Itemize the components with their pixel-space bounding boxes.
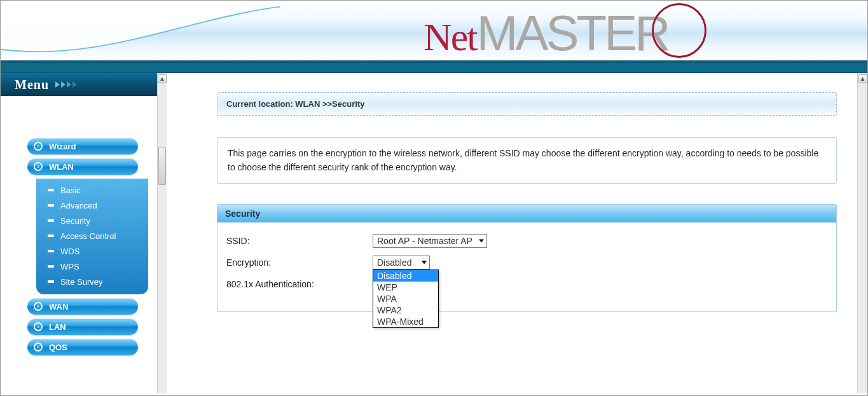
row-auth: 802.1x Authentication:	[226, 275, 827, 294]
dash-icon	[48, 235, 54, 237]
nav-sub-wps[interactable]: WPS	[45, 259, 141, 274]
nav-item-qos[interactable]: QOS	[27, 339, 138, 355]
nav-label: WLAN	[49, 162, 74, 172]
ssid-select[interactable]: Root AP - Netmaster AP	[373, 234, 487, 248]
radio-ring-icon	[34, 162, 43, 171]
radio-ring-icon	[34, 302, 43, 311]
nav-sub-wds[interactable]: WDS	[45, 243, 141, 259]
content-scrollbar[interactable]: ▲	[857, 73, 867, 393]
encryption-select[interactable]: Disabled Disabled WEP WPA WPA2 WPA-Mixed	[373, 256, 430, 270]
nav-sub-label: WPS	[60, 262, 79, 271]
nav-sub-site-survey[interactable]: Site Survey	[45, 274, 141, 289]
chevron-down-icon	[422, 261, 427, 264]
dash-icon	[48, 189, 54, 191]
menu-header: Menu	[1, 73, 157, 96]
page-description: This page carries on the encryption to t…	[217, 137, 837, 184]
nav-item-wlan[interactable]: WLAN	[27, 158, 138, 175]
banner: NetMASTER	[1, 1, 867, 63]
dash-icon	[48, 219, 54, 222]
dash-icon	[48, 250, 54, 252]
encryption-option[interactable]: WEP	[373, 282, 438, 293]
nav-sub-label: Security	[60, 216, 90, 226]
dash-icon	[48, 280, 54, 283]
auth-label: 802.1x Authentication:	[226, 279, 373, 289]
brand-logo: NetMASTER	[424, 4, 668, 62]
ssid-select-field[interactable]: Root AP - Netmaster AP	[373, 234, 487, 248]
nav-sub-label: Basic	[60, 186, 81, 195]
encryption-option[interactable]: WPA-Mixed	[373, 316, 438, 327]
nav-wlan-subgroup: Basic Advanced Security Access Control	[36, 179, 148, 294]
radio-ring-icon	[34, 142, 43, 151]
encryption-label: Encryption:	[226, 257, 373, 268]
nav-sub-label: WDS	[60, 247, 79, 256]
sidebar: Menu Wizard WLAN Basic	[1, 73, 160, 393]
ssid-select-value: Root AP - Netmaster AP	[377, 236, 472, 246]
nav-item-wan[interactable]: WAN	[27, 298, 138, 315]
encryption-option[interactable]: WPA	[373, 293, 438, 304]
nav-sub-access-control[interactable]: Access Control	[45, 228, 141, 243]
stage: Menu Wizard WLAN Basic	[1, 73, 867, 393]
dash-icon	[48, 265, 54, 268]
row-encryption: Encryption: Disabled Disabled WEP WPA WP…	[226, 253, 827, 272]
encryption-option[interactable]: Disabled	[373, 270, 438, 282]
brand-net: Net	[424, 15, 477, 58]
nav-label: LAN	[49, 322, 66, 332]
nav-sub-label: Site Survey	[60, 277, 102, 287]
chevron-down-icon	[479, 240, 484, 243]
nav-label: Wizard	[49, 142, 76, 151]
breadcrumb: Current location: WLAN >>Security	[217, 92, 837, 116]
nav-sub-security[interactable]: Security	[45, 213, 141, 228]
panel-header: Security	[217, 205, 836, 222]
nav-sub-label: Access Control	[60, 231, 116, 241]
security-panel: Security SSID: Root AP - Netmaster AP	[217, 204, 837, 312]
nav-label: QOS	[49, 343, 67, 352]
description-text: This page carries on the encryption to t…	[228, 148, 818, 172]
nav-item-lan[interactable]: LAN	[27, 318, 138, 335]
menu-header-label: Menu	[15, 78, 49, 92]
nav-sub-basic[interactable]: Basic	[45, 182, 141, 198]
content: Current location: WLAN >>Security This p…	[160, 73, 867, 393]
nav: Wizard WLAN Basic Advanced	[1, 96, 157, 393]
nav-label: WAN	[49, 302, 68, 311]
encryption-select-value: Disabled	[377, 257, 411, 268]
encryption-dropdown: Disabled WEP WPA WPA2 WPA-Mixed	[373, 270, 439, 328]
nav-item-wizard[interactable]: Wizard	[27, 138, 138, 154]
nav-sub-label: Advanced	[60, 201, 97, 210]
radio-ring-icon	[34, 343, 43, 352]
breadcrumb-text: Current location: WLAN >>Security	[226, 99, 364, 109]
ssid-label: SSID:	[226, 236, 373, 246]
encryption-select-field[interactable]: Disabled	[373, 256, 430, 270]
radio-ring-icon	[34, 322, 43, 331]
nav-sub-advanced[interactable]: Advanced	[45, 198, 141, 213]
dash-icon	[48, 204, 54, 207]
teal-strip	[1, 63, 867, 73]
scroll-up-icon[interactable]: ▲	[858, 74, 867, 83]
encryption-option[interactable]: WPA2	[373, 304, 438, 316]
panel-title: Security	[225, 208, 260, 219]
chevron-right-icon	[55, 81, 77, 88]
row-ssid: SSID: Root AP - Netmaster AP	[226, 231, 827, 250]
brand-master: MASTER	[477, 5, 668, 61]
